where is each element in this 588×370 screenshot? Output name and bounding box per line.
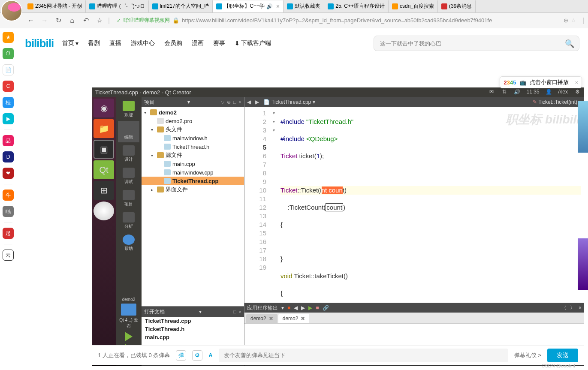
search-icon[interactable]: 🔍 bbox=[565, 39, 574, 48]
qt-kit-selector[interactable]: demo2 Qt 4...) 发布 bbox=[118, 297, 139, 329]
sidebar-app-icon[interactable]: D bbox=[3, 151, 14, 162]
browser-profile-avatar[interactable] bbox=[1, 0, 22, 21]
output-tab[interactable]: demo2✖ bbox=[246, 314, 277, 323]
maximize-icon[interactable]: 〉 bbox=[570, 304, 575, 312]
qt-mode-debug[interactable]: 调试 bbox=[118, 165, 139, 187]
output-tab-active[interactable]: demo2✖ bbox=[278, 314, 310, 323]
video-thumbnail[interactable] bbox=[578, 238, 588, 290]
nav-item[interactable]: 直播 bbox=[109, 39, 121, 47]
network-icon[interactable]: ⇅ bbox=[501, 88, 508, 95]
username[interactable]: Alex bbox=[558, 89, 568, 95]
workspace-icon[interactable]: ⊞ bbox=[93, 181, 114, 200]
audio-icon[interactable]: 🔊 bbox=[266, 3, 273, 9]
tree-file[interactable]: demo2.pro bbox=[166, 118, 192, 124]
browser-tab-active[interactable]: 【职坐标】C++学🔊× bbox=[213, 0, 283, 12]
nav-item[interactable]: 番剧 bbox=[88, 39, 100, 47]
chevron-down-icon[interactable]: ▾ bbox=[199, 309, 202, 315]
tree-folder[interactable]: 头文件 bbox=[166, 126, 182, 133]
close-icon[interactable]: × bbox=[575, 79, 578, 86]
search-input[interactable] bbox=[374, 36, 579, 51]
opendoc-item[interactable]: TicketThread.h bbox=[142, 325, 244, 333]
opendoc-item[interactable]: TicketThread.cpp bbox=[142, 317, 244, 325]
tree-folder[interactable]: 源文件 bbox=[166, 151, 182, 159]
fold-gutter[interactable]: ▾▾▾ bbox=[270, 107, 277, 303]
prev-icon[interactable]: ◀ bbox=[294, 305, 298, 311]
files-icon[interactable]: 📁 bbox=[93, 119, 114, 138]
url-bar[interactable]: ✓ 哔哩哔哩弹幕视频网 🔒 https://www.bilibili.com/v… bbox=[113, 15, 579, 26]
tree-file[interactable]: TicketThread.h bbox=[172, 144, 209, 150]
stop-icon[interactable]: ■ bbox=[287, 305, 290, 311]
browser-tab[interactable]: 默认收藏夹 bbox=[283, 0, 324, 12]
minimize-icon[interactable]: 〈 bbox=[561, 304, 567, 312]
sidebar-app-icon[interactable]: ⏱ bbox=[3, 48, 14, 59]
close-icon[interactable]: × bbox=[579, 305, 582, 311]
font-style-icon[interactable]: A bbox=[208, 352, 212, 358]
reload-button[interactable]: ↻ bbox=[53, 15, 63, 26]
popup-text[interactable]: 点击小窗口播放 bbox=[530, 78, 569, 86]
danmu-input[interactable] bbox=[219, 349, 508, 362]
sidebar-app-icon[interactable]: C bbox=[3, 81, 14, 92]
tree-file[interactable]: main.cpp bbox=[172, 161, 195, 167]
qt-mode-welcome[interactable]: 欢迎 bbox=[118, 99, 139, 120]
filter-icon[interactable]: ▽ bbox=[221, 99, 224, 105]
editor-symbol-selector[interactable]: ✎Ticket::Ticket(int)▾ bbox=[533, 99, 582, 105]
code-editor[interactable]: 职坐标 bilibili 123456789101112131415161718… bbox=[244, 107, 584, 303]
sidebar-app-icon[interactable]: 品 bbox=[3, 135, 14, 146]
qt-mode-design[interactable]: 设计 bbox=[118, 143, 139, 165]
sidebar-app-icon[interactable]: 云 bbox=[3, 250, 14, 261]
qt-mode-edit[interactable]: 编辑 bbox=[118, 121, 139, 142]
qtcreator-icon[interactable]: Qt bbox=[93, 160, 114, 179]
sidebar-app-icon[interactable]: 📄 bbox=[3, 64, 14, 75]
send-button[interactable]: 发送 bbox=[547, 349, 578, 362]
sync-icon[interactable]: ⊕ bbox=[227, 99, 231, 105]
volume-icon[interactable]: 🔊 bbox=[514, 88, 521, 95]
tree-folder[interactable]: 界面文件 bbox=[166, 186, 188, 193]
nav-back-icon[interactable]: ◀ bbox=[247, 99, 251, 105]
browser-tab[interactable]: 哔哩哔哩 (゜-゜)つロ bbox=[86, 0, 148, 12]
gear-icon[interactable]: ⚙ bbox=[574, 88, 581, 95]
undo-button[interactable]: ↶ bbox=[81, 15, 91, 26]
nav-item[interactable]: 漫画 bbox=[192, 39, 204, 47]
stop2-icon[interactable]: ■ bbox=[316, 305, 319, 311]
nav-item[interactable]: 会员购 bbox=[164, 39, 182, 47]
chevron-down-icon[interactable]: ▾ bbox=[281, 305, 284, 311]
translate-icon[interactable]: ⊕ bbox=[564, 17, 568, 24]
nav-item[interactable]: 赛事 bbox=[213, 39, 225, 47]
sidebar-app-icon[interactable]: ★ bbox=[3, 32, 14, 43]
qt-mode-projects[interactable]: 项目 bbox=[118, 188, 139, 209]
clock[interactable]: 11:35 bbox=[527, 89, 540, 95]
user-icon[interactable]: 👤 bbox=[546, 89, 552, 95]
close-icon[interactable]: × bbox=[276, 3, 280, 10]
danmu-etiquette-link[interactable]: 弹幕礼仪 > bbox=[514, 352, 541, 359]
bilibili-logo[interactable]: bilibili bbox=[25, 37, 54, 50]
browser-tab[interactable]: 25. C++语言程序设计 bbox=[324, 0, 389, 12]
attach-icon[interactable]: 🔗 bbox=[323, 305, 329, 311]
video-thumbnail[interactable] bbox=[578, 101, 588, 153]
ubuntu-dash-icon[interactable]: ◉ bbox=[93, 99, 114, 117]
split-icon[interactable]: □ bbox=[233, 99, 236, 105]
disc-icon[interactable] bbox=[93, 202, 114, 220]
sidebar-app-icon[interactable]: ❤ bbox=[3, 168, 14, 179]
terminal-icon[interactable]: ▣ bbox=[93, 140, 114, 159]
tree-file-selected[interactable]: TicketThread.cpp bbox=[172, 178, 218, 184]
browser-tab[interactable]: 2345网址导航 - 开创 bbox=[24, 0, 86, 12]
danmu-settings-icon[interactable]: ⚙ bbox=[192, 350, 202, 361]
project-tree[interactable]: ▾demo2 demo2.pro ▾头文件 mainwindow.h Ticke… bbox=[142, 107, 244, 306]
close-icon[interactable]: × bbox=[239, 99, 241, 105]
sidebar-app-icon[interactable]: ▶ bbox=[3, 113, 14, 124]
run-icon[interactable]: ▶ bbox=[308, 305, 312, 311]
danmu-toggle-icon[interactable]: 弹 bbox=[176, 350, 186, 361]
editor-file-selector[interactable]: 📄TicketThread.cpp▾ bbox=[263, 99, 315, 105]
nav-download[interactable]: ⬇ 下载客户端 bbox=[235, 39, 271, 47]
sidebar-app-icon[interactable]: 起 bbox=[3, 228, 14, 239]
tree-project[interactable]: demo2 bbox=[159, 109, 177, 116]
nav-item[interactable]: 游戏中心 bbox=[131, 39, 155, 47]
qt-mode-help[interactable]: 帮助 bbox=[118, 232, 139, 254]
run-button[interactable] bbox=[125, 332, 133, 341]
sidebar-app-icon[interactable]: 斗 bbox=[3, 190, 14, 201]
browser-tab[interactable]: (39条消息 bbox=[438, 0, 476, 12]
qt-mode-analyze[interactable]: 分析 bbox=[118, 210, 139, 232]
back-button[interactable]: ← bbox=[26, 15, 36, 26]
star-button[interactable]: ☆ bbox=[94, 15, 105, 26]
sidebar-app-icon[interactable]: 桂 bbox=[3, 97, 14, 108]
